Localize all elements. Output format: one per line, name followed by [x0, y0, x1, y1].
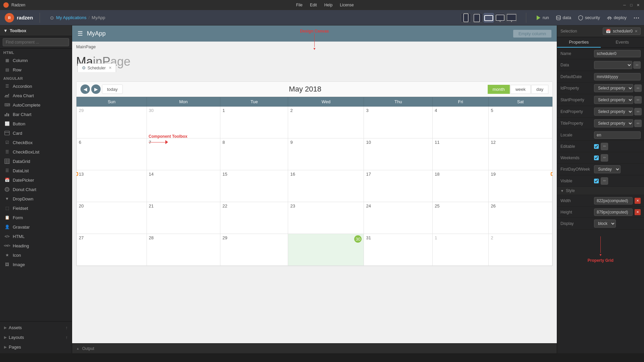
- component-checkboxlist[interactable]: ☰ CheckBoxList: [0, 147, 72, 157]
- endproperty-select[interactable]: Select property: [594, 108, 633, 116]
- cal-cell[interactable]: 16: [288, 170, 364, 202]
- maximize-button[interactable]: □: [629, 2, 634, 8]
- name-input[interactable]: [594, 50, 641, 57]
- viewport-tablet-portrait[interactable]: [472, 13, 482, 22]
- defaultdate-input[interactable]: [594, 73, 641, 80]
- cal-cell[interactable]: 1: [433, 234, 489, 266]
- cal-cell[interactable]: 26: [489, 202, 552, 234]
- output-bar[interactable]: ▲ Output: [72, 343, 557, 353]
- idproperty-select[interactable]: Select property: [594, 84, 633, 92]
- data-edit-icon[interactable]: ✏: [633, 61, 641, 69]
- component-bar-chart[interactable]: Bar Chart: [0, 110, 72, 119]
- menu-edit[interactable]: Edit: [309, 2, 318, 8]
- cal-cell[interactable]: 5: [489, 107, 552, 138]
- cal-cell[interactable]: 24: [364, 202, 433, 234]
- cal-cell[interactable]: 31: [364, 234, 433, 266]
- component-area-chart[interactable]: Area Chart: [0, 91, 72, 100]
- cal-cell[interactable]: 23: [288, 202, 364, 234]
- weekends-edit-icon[interactable]: ✏: [601, 154, 608, 162]
- startproperty-select[interactable]: Select property: [594, 96, 633, 104]
- cal-cell[interactable]: 13: [77, 170, 147, 202]
- width-input[interactable]: [594, 197, 633, 204]
- month-view-button[interactable]: month: [488, 85, 510, 94]
- toolbox-collapse-icon[interactable]: ▼: [3, 28, 8, 33]
- tab-properties[interactable]: Properties: [557, 37, 601, 48]
- cal-cell[interactable]: 15: [220, 170, 288, 202]
- prev-month-button[interactable]: ◀: [80, 84, 90, 94]
- visible-edit-icon[interactable]: ✏: [601, 177, 608, 185]
- viewport-desktop-small[interactable]: [495, 13, 505, 22]
- component-datepicker[interactable]: 📅 DatePicker: [0, 175, 72, 185]
- viewport-tablet-landscape[interactable]: [484, 13, 494, 22]
- component-datalist[interactable]: ☰ DataList: [0, 166, 72, 175]
- resize-handle-right[interactable]: [551, 172, 553, 176]
- component-gravatar[interactable]: 👤 Gravatar: [0, 222, 72, 232]
- titleproperty-select[interactable]: Select property: [594, 119, 633, 127]
- cal-cell[interactable]: 10: [364, 138, 433, 170]
- today-button[interactable]: today: [102, 84, 123, 94]
- height-input[interactable]: [594, 208, 633, 216]
- viewport-desktop[interactable]: [506, 13, 517, 22]
- cal-cell[interactable]: 28: [147, 234, 220, 266]
- component-row[interactable]: ▤ Row: [0, 65, 72, 74]
- cal-cell[interactable]: 12: [489, 138, 552, 170]
- close-button[interactable]: ✕: [635, 2, 641, 8]
- cal-cell[interactable]: 3: [364, 107, 433, 138]
- cal-cell[interactable]: 29: [220, 234, 288, 266]
- day-view-button[interactable]: day: [531, 85, 548, 94]
- component-checkbox[interactable]: ☑ CheckBox: [0, 138, 72, 147]
- component-icon[interactable]: ★ Icon: [0, 250, 72, 260]
- cal-cell[interactable]: 19: [489, 170, 552, 202]
- cal-cell[interactable]: 27: [77, 234, 147, 266]
- editable-checkbox[interactable]: [594, 144, 599, 149]
- cal-cell[interactable]: 7: [147, 138, 220, 170]
- resize-handle-left[interactable]: [76, 172, 78, 176]
- height-delete-icon[interactable]: ✕: [635, 209, 641, 215]
- breadcrumb-my-apps[interactable]: My Applications: [56, 15, 86, 20]
- assets-item[interactable]: ▶ Assets ↑: [0, 323, 72, 333]
- security-action[interactable]: security: [578, 15, 600, 20]
- minimize-button[interactable]: ─: [622, 2, 627, 8]
- next-month-button[interactable]: ▶: [91, 84, 101, 94]
- week-view-button[interactable]: week: [511, 85, 531, 94]
- layouts-action-icon[interactable]: ↑: [66, 335, 68, 340]
- selection-close-icon[interactable]: ✕: [635, 29, 638, 34]
- cal-cell[interactable]: 1: [220, 107, 288, 138]
- component-column[interactable]: ▦ Column: [0, 56, 72, 65]
- cal-cell[interactable]: 30: [147, 107, 220, 138]
- endproperty-edit-icon[interactable]: ✏: [634, 108, 642, 115]
- data-select[interactable]: [594, 61, 632, 69]
- component-donut-chart[interactable]: Donut Chart: [0, 185, 72, 194]
- cal-cell[interactable]: 8: [220, 138, 288, 170]
- visible-checkbox[interactable]: [594, 179, 599, 183]
- component-button[interactable]: ⬜ Button: [0, 119, 72, 128]
- component-html[interactable]: </> HTML: [0, 232, 72, 241]
- component-accordion[interactable]: ☰ Accordion: [0, 81, 72, 91]
- scheduler-tab[interactable]: ⚙ Scheduler ✕: [77, 63, 116, 72]
- cal-cell[interactable]: 22: [220, 202, 288, 234]
- cal-cell[interactable]: 4: [433, 107, 489, 138]
- cal-cell[interactable]: 9: [288, 138, 364, 170]
- mainpage-link[interactable]: MainPage: [76, 44, 96, 49]
- data-action[interactable]: data: [556, 15, 571, 20]
- width-delete-icon[interactable]: ✕: [635, 198, 641, 204]
- weekends-checkbox[interactable]: [594, 156, 599, 160]
- run-action[interactable]: run: [536, 15, 549, 20]
- cal-cell[interactable]: 11: [433, 138, 489, 170]
- component-dropdown[interactable]: ▼ DropDown: [0, 194, 72, 203]
- cal-cell[interactable]: 6: [77, 138, 147, 170]
- locale-input[interactable]: [594, 131, 641, 139]
- hamburger-icon[interactable]: ☰: [77, 30, 83, 37]
- menu-help[interactable]: Help: [323, 2, 334, 8]
- cal-cell[interactable]: 17: [364, 170, 433, 202]
- firstdayofweek-select[interactable]: Sunday Monday: [594, 165, 621, 173]
- viewport-mobile[interactable]: [461, 13, 471, 22]
- cal-cell[interactable]: 25: [433, 202, 489, 234]
- cal-cell[interactable]: 14: [147, 170, 220, 202]
- menu-license[interactable]: License: [338, 2, 355, 8]
- idproperty-edit-icon[interactable]: ✏: [634, 84, 642, 92]
- editable-edit-icon[interactable]: ✏: [601, 143, 608, 150]
- cal-cell[interactable]: 21: [147, 202, 220, 234]
- layouts-item[interactable]: ▶ Layouts ↑: [0, 333, 72, 342]
- cal-cell[interactable]: 29: [77, 107, 147, 138]
